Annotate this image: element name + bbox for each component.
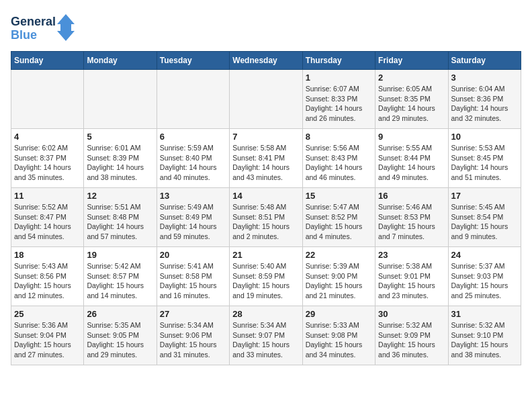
day-number: 29: [306, 309, 372, 319]
day-cell: 13Sunrise: 5:49 AM Sunset: 8:49 PM Dayli…: [157, 188, 229, 247]
day-info: Sunrise: 5:55 AM Sunset: 8:44 PM Dayligh…: [378, 143, 445, 183]
day-cell: 23Sunrise: 5:38 AM Sunset: 9:01 PM Dayli…: [375, 247, 448, 306]
day-cell: 18Sunrise: 5:43 AM Sunset: 8:56 PM Dayli…: [11, 247, 84, 306]
day-info: Sunrise: 5:47 AM Sunset: 8:52 PM Dayligh…: [306, 202, 372, 242]
day-cell: 2Sunrise: 6:05 AM Sunset: 8:35 PM Daylig…: [375, 70, 448, 129]
day-cell: 12Sunrise: 5:51 AM Sunset: 8:48 PM Dayli…: [84, 188, 157, 247]
calendar-table: SundayMondayTuesdayWednesdayThursdayFrid…: [11, 51, 521, 365]
day-info: Sunrise: 5:35 AM Sunset: 9:05 PM Dayligh…: [87, 320, 153, 360]
day-info: Sunrise: 5:34 AM Sunset: 9:07 PM Dayligh…: [232, 320, 299, 360]
day-info: Sunrise: 5:46 AM Sunset: 8:53 PM Dayligh…: [378, 202, 445, 242]
day-info: Sunrise: 5:56 AM Sunset: 8:43 PM Dayligh…: [306, 143, 372, 183]
weekday-sunday: Sunday: [11, 52, 84, 70]
day-info: Sunrise: 6:07 AM Sunset: 8:33 PM Dayligh…: [306, 84, 372, 124]
day-cell: 16Sunrise: 5:46 AM Sunset: 8:53 PM Dayli…: [375, 188, 448, 247]
day-number: 5: [87, 132, 153, 142]
day-info: Sunrise: 6:01 AM Sunset: 8:39 PM Dayligh…: [87, 143, 153, 183]
day-info: Sunrise: 5:36 AM Sunset: 9:04 PM Dayligh…: [14, 320, 81, 360]
day-number: 7: [232, 132, 299, 142]
day-info: Sunrise: 5:48 AM Sunset: 8:51 PM Dayligh…: [232, 202, 299, 242]
day-cell: [230, 70, 302, 129]
day-number: 1: [306, 73, 372, 83]
weekday-saturday: Saturday: [448, 52, 521, 70]
day-number: 3: [451, 73, 518, 83]
week-row-2: 4Sunrise: 6:02 AM Sunset: 8:37 PM Daylig…: [11, 129, 521, 188]
day-cell: [11, 70, 84, 129]
logo: GeneralBlue: [11, 11, 78, 44]
day-cell: 22Sunrise: 5:39 AM Sunset: 9:00 PM Dayli…: [302, 247, 375, 306]
day-info: Sunrise: 6:05 AM Sunset: 8:35 PM Dayligh…: [378, 84, 445, 124]
day-number: 20: [160, 250, 226, 260]
day-cell: 26Sunrise: 5:35 AM Sunset: 9:05 PM Dayli…: [84, 306, 157, 365]
day-cell: 7Sunrise: 5:58 AM Sunset: 8:41 PM Daylig…: [230, 129, 302, 188]
logo-container: GeneralBlue: [11, 11, 78, 44]
day-cell: 20Sunrise: 5:41 AM Sunset: 8:58 PM Dayli…: [157, 247, 229, 306]
day-number: 18: [14, 250, 81, 260]
day-info: Sunrise: 5:38 AM Sunset: 9:01 PM Dayligh…: [378, 261, 445, 301]
day-cell: 5Sunrise: 6:01 AM Sunset: 8:39 PM Daylig…: [84, 129, 157, 188]
day-cell: 28Sunrise: 5:34 AM Sunset: 9:07 PM Dayli…: [230, 306, 302, 365]
day-number: 27: [160, 309, 226, 319]
day-number: 15: [306, 191, 372, 201]
week-row-1: 1Sunrise: 6:07 AM Sunset: 8:33 PM Daylig…: [11, 70, 521, 129]
day-number: 21: [232, 250, 299, 260]
day-info: Sunrise: 6:02 AM Sunset: 8:37 PM Dayligh…: [14, 143, 81, 183]
day-cell: 30Sunrise: 5:32 AM Sunset: 9:09 PM Dayli…: [375, 306, 448, 365]
day-info: Sunrise: 5:41 AM Sunset: 8:58 PM Dayligh…: [160, 261, 226, 301]
day-number: 12: [87, 191, 153, 201]
day-cell: 25Sunrise: 5:36 AM Sunset: 9:04 PM Dayli…: [11, 306, 84, 365]
day-cell: 27Sunrise: 5:34 AM Sunset: 9:06 PM Dayli…: [157, 306, 229, 365]
day-cell: 17Sunrise: 5:45 AM Sunset: 8:54 PM Dayli…: [448, 188, 521, 247]
day-info: Sunrise: 6:04 AM Sunset: 8:36 PM Dayligh…: [451, 84, 518, 124]
day-number: 10: [451, 132, 518, 142]
day-cell: 14Sunrise: 5:48 AM Sunset: 8:51 PM Dayli…: [230, 188, 302, 247]
day-cell: 29Sunrise: 5:33 AM Sunset: 9:08 PM Dayli…: [302, 306, 375, 365]
day-cell: 10Sunrise: 5:53 AM Sunset: 8:45 PM Dayli…: [448, 129, 521, 188]
day-number: 9: [378, 132, 445, 142]
day-cell: 8Sunrise: 5:56 AM Sunset: 8:43 PM Daylig…: [302, 129, 375, 188]
day-info: Sunrise: 5:37 AM Sunset: 9:03 PM Dayligh…: [451, 261, 518, 301]
day-number: 17: [451, 191, 518, 201]
svg-marker-2: [57, 14, 75, 41]
day-number: 8: [306, 132, 372, 142]
day-info: Sunrise: 5:34 AM Sunset: 9:06 PM Dayligh…: [160, 320, 226, 360]
day-info: Sunrise: 5:58 AM Sunset: 8:41 PM Dayligh…: [232, 143, 299, 183]
day-info: Sunrise: 5:51 AM Sunset: 8:48 PM Dayligh…: [87, 202, 153, 242]
day-number: 31: [451, 309, 518, 319]
day-number: 6: [160, 132, 226, 142]
weekday-tuesday: Tuesday: [157, 52, 229, 70]
day-cell: 4Sunrise: 6:02 AM Sunset: 8:37 PM Daylig…: [11, 129, 84, 188]
day-number: 25: [14, 309, 81, 319]
day-number: 24: [451, 250, 518, 260]
day-cell: [84, 70, 157, 129]
day-cell: 1Sunrise: 6:07 AM Sunset: 8:33 PM Daylig…: [302, 70, 375, 129]
day-number: 23: [378, 250, 445, 260]
day-number: 4: [14, 132, 81, 142]
day-cell: 21Sunrise: 5:40 AM Sunset: 8:59 PM Dayli…: [230, 247, 302, 306]
day-cell: [157, 70, 229, 129]
weekday-wednesday: Wednesday: [230, 52, 302, 70]
day-info: Sunrise: 5:33 AM Sunset: 9:08 PM Dayligh…: [306, 320, 372, 360]
logo-svg: GeneralBlue: [11, 11, 78, 44]
day-cell: 31Sunrise: 5:32 AM Sunset: 9:10 PM Dayli…: [448, 306, 521, 365]
day-info: Sunrise: 5:32 AM Sunset: 9:10 PM Dayligh…: [451, 320, 518, 360]
calendar-header: SundayMondayTuesdayWednesdayThursdayFrid…: [11, 52, 521, 70]
day-number: 14: [232, 191, 299, 201]
day-info: Sunrise: 5:45 AM Sunset: 8:54 PM Dayligh…: [451, 202, 518, 242]
day-info: Sunrise: 5:42 AM Sunset: 8:57 PM Dayligh…: [87, 261, 153, 301]
day-info: Sunrise: 5:32 AM Sunset: 9:09 PM Dayligh…: [378, 320, 445, 360]
day-info: Sunrise: 5:49 AM Sunset: 8:49 PM Dayligh…: [160, 202, 226, 242]
day-number: 13: [160, 191, 226, 201]
weekday-thursday: Thursday: [302, 52, 375, 70]
day-cell: 11Sunrise: 5:52 AM Sunset: 8:47 PM Dayli…: [11, 188, 84, 247]
day-cell: 3Sunrise: 6:04 AM Sunset: 8:36 PM Daylig…: [448, 70, 521, 129]
week-row-4: 18Sunrise: 5:43 AM Sunset: 8:56 PM Dayli…: [11, 247, 521, 306]
weekday-header-row: SundayMondayTuesdayWednesdayThursdayFrid…: [11, 52, 521, 70]
day-info: Sunrise: 5:39 AM Sunset: 9:00 PM Dayligh…: [306, 261, 372, 301]
day-number: 19: [87, 250, 153, 260]
day-info: Sunrise: 5:43 AM Sunset: 8:56 PM Dayligh…: [14, 261, 81, 301]
day-cell: 9Sunrise: 5:55 AM Sunset: 8:44 PM Daylig…: [375, 129, 448, 188]
day-cell: 6Sunrise: 5:59 AM Sunset: 8:40 PM Daylig…: [157, 129, 229, 188]
day-cell: 19Sunrise: 5:42 AM Sunset: 8:57 PM Dayli…: [84, 247, 157, 306]
day-info: Sunrise: 5:53 AM Sunset: 8:45 PM Dayligh…: [451, 143, 518, 183]
